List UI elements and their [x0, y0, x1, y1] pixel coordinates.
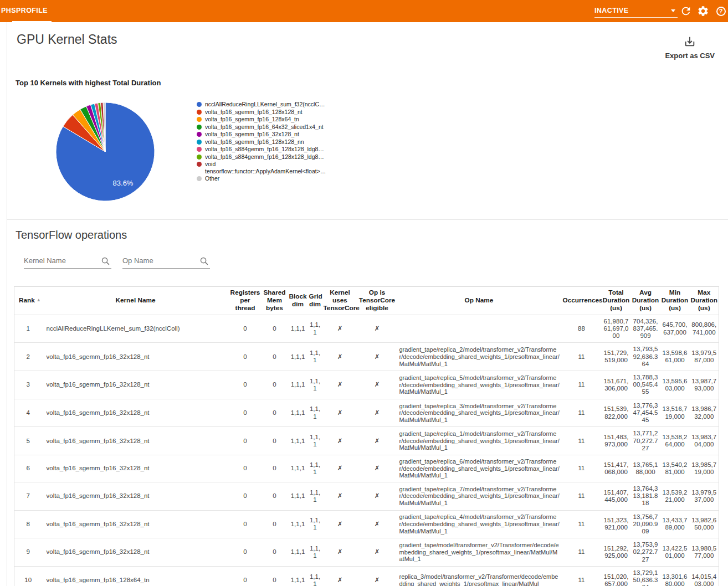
- cell-total-duration: 151,020,657,000: [602, 566, 631, 586]
- legend-bullet-icon: [197, 102, 202, 107]
- tab-profile[interactable]: PROFILE: [12, 0, 52, 22]
- cell-occurrences: 88: [562, 315, 602, 343]
- cell-avg-duration: 13,793,592,636.364: [631, 343, 660, 371]
- cell-op-name: [397, 315, 562, 343]
- run-selector-dropdown[interactable]: INACTIVE: [594, 4, 678, 18]
- legend-item[interactable]: volta_fp16_sgemm_fp16_64x32_sliced1x4_nt: [197, 124, 335, 131]
- legend-item[interactable]: volta_fp16_sgemm_fp16_32x128_nt: [197, 131, 335, 138]
- cell-shared-mem: 0: [262, 510, 288, 538]
- cell-shared-mem: 0: [262, 399, 288, 427]
- cell-total-duration: 151,407,445,000: [602, 482, 631, 510]
- legend-item[interactable]: void tensorflow::functor::ApplyAdamKerne…: [197, 161, 335, 174]
- legend-item[interactable]: volta_fp16_sgemm_fp16_128x128_nn: [197, 138, 335, 146]
- cell-shared-mem: 0: [262, 482, 288, 510]
- table-row: 8 volta_fp16_sgemm_fp16_32x128_nt 0 0 1,…: [14, 510, 719, 538]
- cell-rank: 7: [14, 482, 42, 510]
- cell-kernel-name: volta_fp16_sgemm_fp16_32x128_nt: [42, 343, 229, 371]
- tensorflow-operations-section: TensorFlow operations Rank▲ Kernel Name: [7, 219, 728, 586]
- kernel-stats-table: Rank▲ Kernel Name Registers per thread S…: [14, 286, 719, 586]
- cell-rank: 9: [14, 538, 42, 567]
- cell-op-name: gradient_tape/replica_4/model/transforme…: [397, 510, 562, 538]
- legend-bullet-icon: [197, 110, 202, 115]
- cell-block-dim: 1,1,1: [288, 482, 308, 510]
- cell-block-dim: 1,1,1: [288, 371, 308, 399]
- cell-tensorcore-eligible: ✗: [358, 482, 397, 510]
- cell-total-duration: 151,483,973,000: [602, 427, 631, 455]
- cell-registers: 0: [229, 315, 262, 343]
- legend-label: volta_fp16_sgemm_fp16_128x128_nn: [205, 138, 304, 146]
- cell-occurrences: 11: [562, 566, 602, 586]
- cell-max-duration: 13,983,704,000: [690, 427, 719, 455]
- refresh-icon[interactable]: [679, 4, 693, 18]
- cell-registers: 0: [229, 566, 262, 586]
- chart-legend: ncclAllReduceRingLLKernel_sum_f32(ncclC……: [197, 101, 335, 183]
- cell-uses-tensorcore: ✗: [322, 371, 358, 399]
- pie-chart[interactable]: 83.6%: [52, 100, 158, 206]
- col-header-min-duration[interactable]: Min Duration (us): [660, 287, 690, 315]
- col-header-shared-mem[interactable]: Shared Mem bytes: [262, 287, 288, 315]
- cell-total-duration: 151,323,921,000: [602, 510, 631, 538]
- cell-uses-tensorcore: ✗: [322, 538, 358, 567]
- legend-item[interactable]: volta_fp16_s884gemm_fp16_128x128_ldg8…: [197, 153, 335, 161]
- legend-bullet-icon: [197, 176, 202, 181]
- gear-icon[interactable]: [696, 4, 710, 18]
- cell-min-duration: 13,433,789,000: [660, 510, 690, 538]
- col-header-op-tensorcore-eligible[interactable]: Op is TensorCore eligible: [358, 287, 397, 315]
- cell-shared-mem: 0: [262, 315, 288, 343]
- col-header-kernel-tensorcore[interactable]: Kernel uses TensorCore: [322, 287, 358, 315]
- question-mark-icon: [716, 7, 726, 16]
- col-header-max-duration[interactable]: Max Duration (us): [690, 287, 719, 315]
- cell-shared-mem: 0: [262, 566, 288, 586]
- cell-uses-tensorcore: ✗: [322, 399, 358, 427]
- cell-avg-duration: 13,756,720,090.909: [631, 510, 660, 538]
- col-header-block-dim[interactable]: Block dim: [288, 287, 308, 315]
- op-name-input[interactable]: [122, 254, 210, 269]
- table-row: 1 ncclAllReduceRingLLKernel_sum_f32(nccl…: [14, 315, 719, 343]
- table-row: 6 volta_fp16_sgemm_fp16_32x128_nt 0 0 1,…: [14, 455, 719, 482]
- col-header-occurrences[interactable]: Occurrences: [562, 287, 602, 315]
- cell-occurrences: 11: [562, 510, 602, 538]
- page-title: GPU Kernel Stats: [17, 32, 117, 47]
- cell-tensorcore-eligible: ✗: [358, 455, 397, 482]
- cell-kernel-name: volta_fp16_sgemm_fp16_32x128_nt: [42, 538, 229, 567]
- table-row: 4 volta_fp16_sgemm_fp16_32x128_nt 0 0 1,…: [14, 399, 719, 427]
- export-csv-button[interactable]: Export as CSV: [665, 35, 715, 60]
- col-header-kernel-name[interactable]: Kernel Name: [42, 287, 229, 315]
- cell-uses-tensorcore: ✗: [322, 510, 358, 538]
- legend-item[interactable]: volta_fp16_sgemm_fp16_128x64_tn: [197, 116, 335, 123]
- cell-avg-duration: 13,771,270,272.727: [631, 427, 660, 455]
- cell-max-duration: 14,015,403,000: [690, 566, 719, 586]
- cell-min-duration: 645,700,637,000: [660, 315, 690, 343]
- col-header-avg-duration[interactable]: Avg Duration (us): [631, 287, 660, 315]
- col-header-op-name[interactable]: Op Name: [397, 287, 562, 315]
- col-header-total-duration[interactable]: Total Duration (us): [602, 287, 631, 315]
- table-row: 3 volta_fp16_sgemm_fp16_32x128_nt 0 0 1,…: [14, 371, 719, 399]
- table-header-row: Rank▲ Kernel Name Registers per thread S…: [14, 287, 719, 315]
- cell-max-duration: 13,982,650,000: [690, 510, 719, 538]
- col-header-grid-dim[interactable]: Grid dim: [308, 287, 322, 315]
- cell-registers: 0: [229, 538, 262, 567]
- col-header-rank[interactable]: Rank▲: [14, 287, 42, 315]
- legend-item[interactable]: Other: [197, 175, 335, 182]
- chevron-down-icon: [671, 9, 675, 12]
- cell-total-duration: 151,539,822,000: [602, 399, 631, 427]
- cell-uses-tensorcore: ✗: [322, 482, 358, 510]
- legend-item[interactable]: ncclAllReduceRingLLKernel_sum_f32(ncclC…: [197, 101, 335, 108]
- cell-min-duration: 13,301,680,000: [660, 566, 690, 586]
- cell-op-name: gradient_tape/replica_6/model/transforme…: [397, 455, 562, 482]
- legend-item[interactable]: volta_fp16_sgemm_fp16_128x128_nt: [197, 109, 335, 116]
- col-header-registers[interactable]: Registers per thread: [229, 287, 262, 315]
- legend-item[interactable]: volta_fp16_s884gemm_fp16_128x128_ldg8…: [197, 146, 335, 153]
- kernel-name-input[interactable]: [24, 254, 111, 269]
- cell-avg-duration: 13,765,188,000: [631, 455, 660, 482]
- cell-registers: 0: [229, 343, 262, 371]
- cell-rank: 4: [14, 399, 42, 427]
- cell-occurrences: 11: [562, 538, 602, 567]
- help-icon[interactable]: [714, 4, 727, 18]
- cell-tensorcore-eligible: ✗: [358, 566, 397, 586]
- cell-avg-duration: 13,788,300,545.455: [631, 371, 660, 399]
- legend-bullet-icon: [197, 155, 202, 160]
- cell-grid-dim: 1,1,1: [308, 427, 322, 455]
- cell-op-name: gradient_tape/replica_1/model/transforme…: [397, 427, 562, 455]
- cell-max-duration: 13,979,587,000: [690, 343, 719, 371]
